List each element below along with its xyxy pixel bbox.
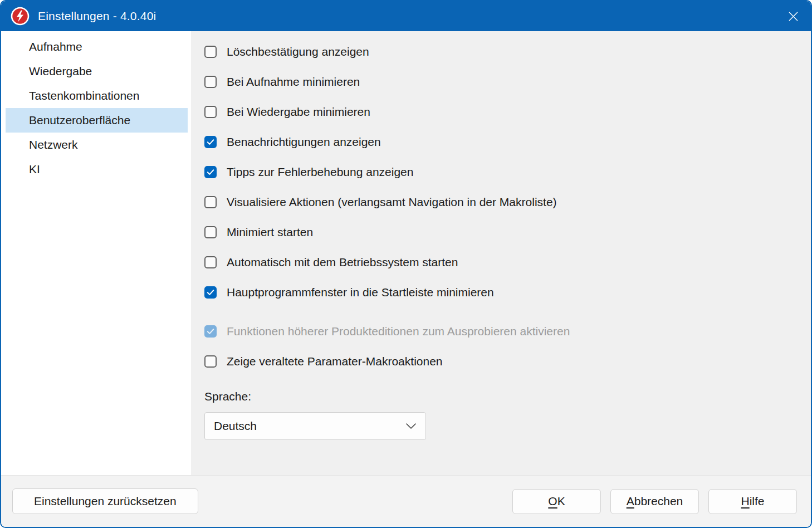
- chevron-down-icon: [405, 423, 417, 429]
- sidebar-item-netzwerk[interactable]: Netzwerk: [6, 133, 188, 157]
- checkbox-startleiste-minimieren[interactable]: [204, 286, 217, 299]
- check-mark-icon: [207, 139, 214, 145]
- language-label: Sprache:: [204, 390, 805, 403]
- checkbox-row-produkteditionen-testen[interactable]: Funktionen höherer Produkteditionen zum …: [204, 316, 805, 346]
- ok-button[interactable]: OK: [512, 489, 601, 514]
- checkbox-aufnahme-minimieren[interactable]: [204, 76, 217, 88]
- close-icon: [787, 11, 799, 22]
- check-mark-icon: [207, 289, 214, 296]
- button-label-rest: bbrechen: [634, 495, 683, 508]
- button-mnemonic: H: [741, 495, 749, 508]
- checkbox-label: Visualisiere Aktionen (verlangsamt Navig…: [227, 195, 557, 209]
- language-dropdown-value: Deutsch: [214, 419, 405, 433]
- titlebar: Einstellungen - 4.0.40i: [1, 1, 811, 31]
- checkbox-minimiert-starten[interactable]: [204, 226, 217, 238]
- sidebar-item-label: Netzwerk: [29, 138, 78, 151]
- checkbox-label: Automatisch mit dem Betriebssystem start…: [227, 256, 458, 269]
- checkbox-row-minimiert-starten[interactable]: Minimiert starten: [204, 217, 805, 247]
- sidebar-item-label: Wiedergabe: [29, 65, 92, 78]
- help-button[interactable]: Hilfe: [708, 489, 797, 514]
- checkbox-row-wiedergabe-minimieren[interactable]: Bei Wiedergabe minimieren: [204, 97, 805, 127]
- checkbox-loeschbestaetigung[interactable]: [204, 46, 217, 58]
- checkbox-tipps-fehlerbehebung[interactable]: [204, 166, 217, 178]
- checkbox-row-startleiste-minimieren[interactable]: Hauptprogrammfenster in die Startleiste …: [204, 277, 805, 307]
- sidebar-item-tastenkombinationen[interactable]: Tastenkombinationen: [6, 84, 188, 108]
- checkbox-row-visualisiere-aktionen[interactable]: Visualisiere Aktionen (verlangsamt Navig…: [204, 187, 805, 217]
- footer-action-buttons: OKAbbrechenHilfe: [512, 489, 797, 514]
- app-lightning-icon: [10, 6, 30, 26]
- sidebar-item-label: Aufnahme: [29, 40, 82, 53]
- sidebar-item-wiedergabe[interactable]: Wiedergabe: [6, 59, 188, 84]
- checkbox-label: Bei Wiedergabe minimieren: [227, 105, 370, 119]
- checkbox-label: Hauptprogrammfenster in die Startleiste …: [227, 286, 494, 299]
- sidebar-item-aufnahme[interactable]: Aufnahme: [6, 35, 188, 59]
- button-label-rest: K: [557, 495, 565, 508]
- checkbox-row-veraltete-parameter[interactable]: Zeige veraltete Paramater-Makroaktionen: [204, 346, 805, 377]
- sidebar-item-label: Benutzeroberfläche: [29, 114, 130, 127]
- checkbox-label: Zeige veraltete Paramater-Makroaktionen: [227, 355, 443, 368]
- cancel-button[interactable]: Abbrechen: [610, 489, 699, 514]
- checkbox-label: Tipps zur Fehlerbehebung anzeigen: [227, 165, 413, 179]
- checkbox-row-benachrichtigungen[interactable]: Benachrichtigungen anzeigen: [204, 127, 805, 157]
- checkbox-row-loeschbestaetigung[interactable]: Löschbestätigung anzeigen: [204, 37, 805, 67]
- close-button[interactable]: [779, 3, 808, 29]
- checkbox-veraltete-parameter[interactable]: [204, 355, 217, 368]
- reset-settings-button[interactable]: Einstellungen zurücksetzen: [12, 488, 198, 514]
- checkbox-label: Funktionen höherer Produkteditionen zum …: [227, 325, 570, 338]
- settings-window: Einstellungen - 4.0.40i Aufnahme Wiederg…: [0, 0, 812, 528]
- sidebar-item-label: Tastenkombinationen: [29, 89, 139, 102]
- checkbox-row-tipps-fehlerbehebung[interactable]: Tipps zur Fehlerbehebung anzeigen: [204, 157, 805, 187]
- check-mark-icon: [207, 328, 214, 335]
- button-label-rest: ilfe: [750, 495, 765, 508]
- sidebar-item-label: KI: [29, 163, 40, 176]
- checkbox-wiedergabe-minimieren[interactable]: [204, 106, 217, 118]
- checkbox-row-autostart-betriebssystem[interactable]: Automatisch mit dem Betriebssystem start…: [204, 247, 805, 277]
- checkbox-label: Benachrichtigungen anzeigen: [227, 135, 381, 149]
- button-mnemonic: O: [548, 495, 557, 508]
- sidebar-item-ki[interactable]: KI: [6, 157, 188, 182]
- check-mark-icon: [207, 169, 214, 175]
- sidebar: Aufnahme Wiedergabe Tastenkombinationen …: [1, 31, 191, 475]
- checkbox-label: Bei Aufnahme minimieren: [227, 75, 360, 89]
- settings-panel: Löschbestätigung anzeigen Bei Aufnahme m…: [191, 31, 811, 475]
- footer-bar: Einstellungen zurücksetzen OKAbbrechenHi…: [1, 475, 811, 527]
- sidebar-item-benutzeroberflaeche[interactable]: Benutzeroberfläche: [6, 108, 188, 133]
- dialog-body: Aufnahme Wiedergabe Tastenkombinationen …: [1, 31, 811, 475]
- checkbox-benachrichtigungen[interactable]: [204, 136, 217, 148]
- language-dropdown[interactable]: Deutsch: [204, 412, 426, 440]
- checkbox-list: Löschbestätigung anzeigen Bei Aufnahme m…: [204, 37, 805, 377]
- checkbox-label: Löschbestätigung anzeigen: [227, 45, 369, 58]
- checkbox-produkteditionen-testen: [204, 325, 217, 338]
- checkbox-visualisiere-aktionen[interactable]: [204, 196, 217, 208]
- window-title: Einstellungen - 4.0.40i: [38, 9, 156, 23]
- checkbox-label: Minimiert starten: [227, 226, 313, 239]
- checkbox-autostart-betriebssystem[interactable]: [204, 256, 217, 268]
- checkbox-row-aufnahme-minimieren[interactable]: Bei Aufnahme minimieren: [204, 67, 805, 97]
- button-mnemonic: A: [627, 495, 634, 508]
